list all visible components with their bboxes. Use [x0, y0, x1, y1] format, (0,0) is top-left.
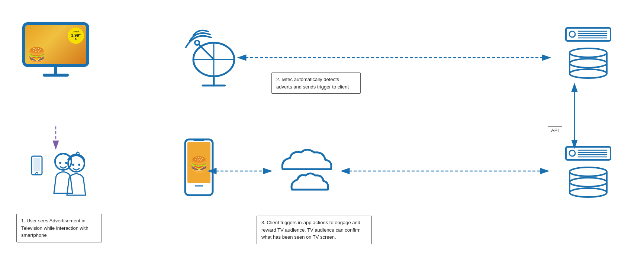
- svg-point-15: [195, 41, 199, 45]
- svg-point-8: [78, 164, 80, 166]
- svg-point-33: [570, 69, 607, 78]
- label-1-text: 1. User sees Advertisement in Television…: [21, 218, 88, 238]
- database-server-top: [564, 26, 612, 86]
- svg-point-30: [570, 59, 607, 68]
- satellite-dish: [182, 24, 242, 91]
- burger-icon: 🍔: [28, 48, 46, 62]
- database-server-bottom: [564, 145, 612, 204]
- svg-point-2: [36, 173, 38, 175]
- svg-point-22: [569, 31, 575, 37]
- svg-rect-1: [33, 158, 40, 171]
- tv-stand-base: [43, 74, 69, 77]
- label-2-text: 2. ivitec automatically detects adverts …: [276, 77, 349, 90]
- svg-point-43: [570, 178, 607, 187]
- svg-point-46: [570, 188, 607, 197]
- svg-point-40: [570, 167, 607, 176]
- label-box-3: 3. Client triggers in-app actions to eng…: [257, 216, 372, 244]
- svg-point-35: [569, 150, 575, 156]
- diagram-container: 🍔 je nur 1,99* €: [0, 0, 644, 277]
- api-label: API: [548, 126, 562, 134]
- tv-monitor: 🍔 je nur 1,99* €: [22, 22, 89, 74]
- svg-point-4: [59, 162, 61, 164]
- user-group-illustration: [30, 145, 97, 201]
- svg-text:🍔: 🍔: [190, 155, 208, 173]
- svg-point-5: [65, 162, 67, 164]
- svg-point-7: [72, 164, 74, 166]
- svg-point-27: [570, 48, 607, 57]
- tv-stand-neck: [54, 67, 57, 74]
- label-box-1: 1. User sees Advertisement in Television…: [16, 214, 102, 242]
- tv-screen: 🍔 je nur 1,99* €: [22, 22, 89, 67]
- cloud-illustration: [271, 136, 346, 195]
- svg-rect-34: [566, 147, 611, 160]
- svg-line-14: [199, 45, 214, 59]
- smartphone-illustration: 🍔: [182, 138, 216, 197]
- label-box-2: 2. ivitec automatically detects adverts …: [271, 73, 361, 94]
- label-3-text: 3. Client triggers in-app actions to eng…: [261, 220, 361, 240]
- svg-rect-21: [566, 28, 611, 41]
- price-badge: je nur 1,99* €: [68, 28, 84, 44]
